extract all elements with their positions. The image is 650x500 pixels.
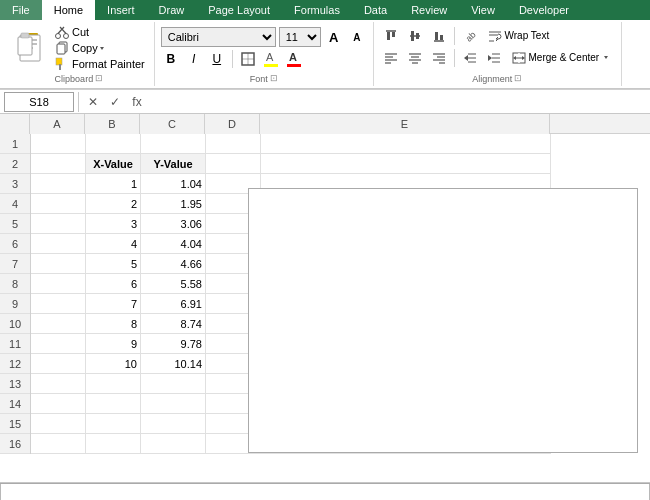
col-header-wide[interactable]: E <box>260 114 550 134</box>
font-color-button[interactable]: A <box>284 49 304 69</box>
cell-c9[interactable]: 6.91 <box>141 294 206 314</box>
cell-a5[interactable] <box>31 214 86 234</box>
cell-c1[interactable] <box>141 134 206 154</box>
cell-b10[interactable]: 8 <box>86 314 141 334</box>
cell-b3[interactable]: 1 <box>86 174 141 194</box>
tab-page-layout[interactable]: Page Layout <box>196 0 282 20</box>
cell-c15[interactable] <box>141 414 206 434</box>
chart-overlay[interactable] <box>248 188 638 453</box>
font-expand-icon[interactable]: ⊡ <box>270 73 278 83</box>
cell-b13[interactable] <box>86 374 141 394</box>
cell-c13[interactable] <box>141 374 206 394</box>
clipboard-expand-icon[interactable]: ⊡ <box>95 73 103 83</box>
cell-a2[interactable] <box>31 154 86 174</box>
cell-a1[interactable] <box>31 134 86 154</box>
alignment-expand-icon[interactable]: ⊡ <box>514 73 522 83</box>
cell-c14[interactable] <box>141 394 206 414</box>
tab-developer[interactable]: Developer <box>507 0 581 20</box>
tab-file[interactable]: File <box>0 0 42 20</box>
tab-formulas[interactable]: Formulas <box>282 0 352 20</box>
row-num-9[interactable]: 9 <box>0 294 30 314</box>
cell-b9[interactable]: 7 <box>86 294 141 314</box>
row-num-6[interactable]: 6 <box>0 234 30 254</box>
fill-color-button[interactable]: A <box>261 49 281 69</box>
cell-b14[interactable] <box>86 394 141 414</box>
decrease-font-size-button[interactable]: A <box>347 27 367 47</box>
cell-a11[interactable] <box>31 334 86 354</box>
cell-a7[interactable] <box>31 254 86 274</box>
row-num-11[interactable]: 11 <box>0 334 30 354</box>
cancel-formula-button[interactable]: ✕ <box>83 92 103 112</box>
row-num-1[interactable]: 1 <box>0 134 30 154</box>
row-num-16[interactable]: 16 <box>0 434 30 454</box>
cell-b15[interactable] <box>86 414 141 434</box>
col-header-a[interactable]: A <box>30 114 85 134</box>
cell-a15[interactable] <box>31 414 86 434</box>
tab-home[interactable]: Home <box>42 0 95 20</box>
cell-a4[interactable] <box>31 194 86 214</box>
cell-a8[interactable] <box>31 274 86 294</box>
row-num-10[interactable]: 10 <box>0 314 30 334</box>
row-num-4[interactable]: 4 <box>0 194 30 214</box>
center-align-button[interactable] <box>404 48 426 68</box>
cell-a3[interactable] <box>31 174 86 194</box>
cell-a9[interactable] <box>31 294 86 314</box>
cell-c2[interactable]: Y-Value <box>141 154 206 174</box>
cut-button[interactable]: Cut <box>52 24 148 40</box>
bold-button[interactable]: B <box>161 49 181 69</box>
row-num-7[interactable]: 7 <box>0 254 30 274</box>
row-num-14[interactable]: 14 <box>0 394 30 414</box>
formula-input[interactable] <box>151 92 646 112</box>
cell-b6[interactable]: 4 <box>86 234 141 254</box>
row-num-12[interactable]: 12 <box>0 354 30 374</box>
row-num-8[interactable]: 8 <box>0 274 30 294</box>
cell-c8[interactable]: 5.58 <box>141 274 206 294</box>
decrease-indent-button[interactable] <box>459 48 481 68</box>
tab-data[interactable]: Data <box>352 0 399 20</box>
cell-c10[interactable]: 8.74 <box>141 314 206 334</box>
right-align-button[interactable] <box>428 48 450 68</box>
cell-d2[interactable] <box>206 154 261 174</box>
tab-review[interactable]: Review <box>399 0 459 20</box>
cell-c11[interactable]: 9.78 <box>141 334 206 354</box>
increase-indent-button[interactable] <box>483 48 505 68</box>
cell-d1[interactable] <box>206 134 261 154</box>
cell-b5[interactable]: 3 <box>86 214 141 234</box>
cell-b12[interactable]: 10 <box>86 354 141 374</box>
italic-button[interactable]: I <box>184 49 204 69</box>
cell-c7[interactable]: 4.66 <box>141 254 206 274</box>
cell-b4[interactable]: 2 <box>86 194 141 214</box>
font-size-select[interactable]: 11 <box>279 27 321 47</box>
cell-e2[interactable] <box>261 154 551 174</box>
cell-a14[interactable] <box>31 394 86 414</box>
cell-b7[interactable]: 5 <box>86 254 141 274</box>
wrap-text-button[interactable]: Wrap Text <box>483 26 554 46</box>
row-num-15[interactable]: 15 <box>0 414 30 434</box>
cell-b11[interactable]: 9 <box>86 334 141 354</box>
copy-button[interactable]: Copy <box>52 40 148 56</box>
cell-b16[interactable] <box>86 434 141 454</box>
left-align-button[interactable] <box>380 48 402 68</box>
row-num-5[interactable]: 5 <box>0 214 30 234</box>
cell-c5[interactable]: 3.06 <box>141 214 206 234</box>
cell-b8[interactable]: 6 <box>86 274 141 294</box>
cell-a6[interactable] <box>31 234 86 254</box>
tab-view[interactable]: View <box>459 0 507 20</box>
cell-e1[interactable] <box>261 134 551 154</box>
cell-a13[interactable] <box>31 374 86 394</box>
underline-button[interactable]: U <box>207 49 227 69</box>
cell-a16[interactable] <box>31 434 86 454</box>
cell-reference-input[interactable] <box>4 92 74 112</box>
increase-font-size-button[interactable]: A <box>324 27 344 47</box>
cell-b1[interactable] <box>86 134 141 154</box>
cell-c3[interactable]: 1.04 <box>141 174 206 194</box>
paste-button[interactable] <box>10 27 50 69</box>
cell-a10[interactable] <box>31 314 86 334</box>
row-num-13[interactable]: 13 <box>0 374 30 394</box>
cell-c4[interactable]: 1.95 <box>141 194 206 214</box>
confirm-formula-button[interactable]: ✓ <box>105 92 125 112</box>
tab-draw[interactable]: Draw <box>147 0 197 20</box>
cell-c16[interactable] <box>141 434 206 454</box>
tab-insert[interactable]: Insert <box>95 0 147 20</box>
col-header-d[interactable]: D <box>205 114 260 134</box>
